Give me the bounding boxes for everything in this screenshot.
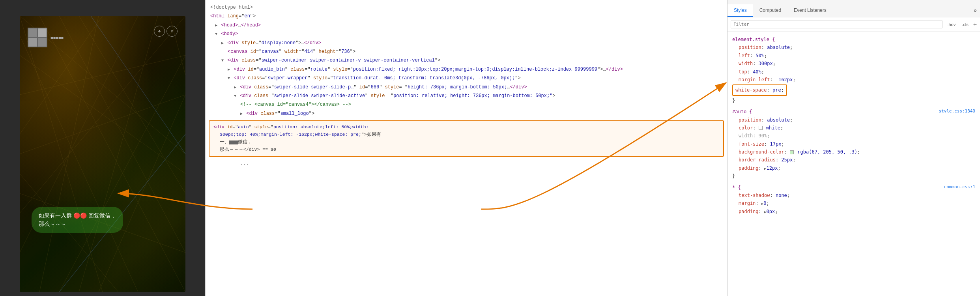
more-tabs-button[interactable]: » <box>971 4 980 17</box>
html-line-small-logo[interactable]: ▶ <div class="small_logo"> <box>206 109 727 118</box>
svg-line-12 <box>20 36 138 292</box>
html-line-html[interactable]: <html lang="en"> <box>206 12 727 21</box>
chevron-right-icon: ▶ <box>228 66 230 73</box>
chevron-down-icon: ▼ <box>215 31 217 37</box>
css-prop-auto-border-radius[interactable]: border-radius: 25px; <box>732 156 975 164</box>
svg-line-10 <box>39 16 99 292</box>
mobile-screen: ■■■■■ ✤ ⊘ 如果有一入群 🔴🔴 回复微信， 那么～～～ <box>20 16 185 292</box>
css-prop-star-margin[interactable]: margin: ▶0; <box>732 199 975 207</box>
tab-event-listeners[interactable]: Event Listeners <box>787 4 833 17</box>
css-prop-top[interactable]: top: 40%; <box>732 68 975 76</box>
auto-css-rule: #auto { style.css:1340 position: absolut… <box>728 106 980 182</box>
element-style-selector: element.style { <box>732 36 975 43</box>
hov-button[interactable]: :hov <box>946 21 957 28</box>
html-line-doctype[interactable]: <!doctype html> <box>206 3 727 12</box>
chevron-right-icon: ▶ <box>221 40 224 47</box>
html-line-swiper-wrapper[interactable]: ▼ <div class="swiper-wrapper" style="tra… <box>206 74 727 82</box>
html-line-closing[interactable]: ... <box>206 159 727 168</box>
css-prop-left[interactable]: left: 50%; <box>732 52 975 60</box>
html-line-body[interactable]: ▼ <body> <box>206 30 727 38</box>
svg-line-5 <box>20 55 185 174</box>
html-tree: <!doctype html> <html lang="en"> ▶ <head… <box>206 0 727 296</box>
filter-input[interactable] <box>731 20 943 28</box>
highlighted-element-box[interactable]: <div id="auto" style="position: absolute… <box>209 120 724 157</box>
star-css-rule: * { common.css:1 text-shadow: none; marg… <box>728 182 980 217</box>
icon-1: ✤ <box>154 26 165 37</box>
css-prop-position[interactable]: position: absolute; <box>732 43 975 51</box>
top-right-icons: ✤ ⊘ <box>154 26 178 37</box>
css-closing-brace-auto: } <box>732 172 975 180</box>
svg-line-9 <box>20 95 185 154</box>
bubble-text-line2: 那么～～～ <box>39 221 66 227</box>
html-line-div-none[interactable]: ▶ <div style="display:none">…</div> <box>206 39 727 47</box>
auto-selector-line: #auto { style.css:1340 <box>732 108 975 116</box>
chevron-right-icon: ▶ <box>240 111 243 117</box>
svg-line-11 <box>79 16 158 292</box>
html-tag: <html <box>210 13 224 19</box>
avatar <box>28 28 47 47</box>
chevron-down-icon: ▼ <box>228 75 230 82</box>
color-swatch-white <box>759 126 763 130</box>
html-line-comment[interactable]: <!-- <canvas id="canvas4"></canvas> --> <box>206 100 727 109</box>
css-prop-auto-padding[interactable]: padding: ▶12px; <box>732 164 975 172</box>
svg-line-18 <box>79 16 185 193</box>
html-line-swiper-slide-active[interactable]: ▼ <div class="swiper-slide swiper-slide-… <box>206 92 727 100</box>
html-line-swiper-container[interactable]: ▼ <div class="swiper-container swiper-co… <box>206 56 727 65</box>
styles-toolbar: :hov .cls + <box>728 17 980 32</box>
doctype-text: <!doctype html> <box>210 5 253 10</box>
chevron-down-icon: ▼ <box>221 57 224 64</box>
css-prop-white-space-highlighted: white-space: pre; <box>732 84 787 96</box>
html-line-audio-btn[interactable]: ▶ <div id="audio_btn" class="rotate" sty… <box>206 65 727 74</box>
css-prop-auto-color[interactable]: color: white; <box>732 124 975 132</box>
tab-computed[interactable]: Computed <box>753 4 787 17</box>
chevron-down-icon: ▼ <box>234 93 236 99</box>
svg-line-8 <box>20 55 185 95</box>
css-prop-width[interactable]: width: 300px; <box>732 60 975 67</box>
svg-line-1 <box>20 16 103 292</box>
mobile-preview-panel: ■■■■■ ✤ ⊘ 如果有一入群 🔴🔴 回复微信， 那么～～～ <box>0 0 205 296</box>
css-prop-auto-width[interactable]: width: 90%; <box>732 132 975 140</box>
svg-line-15 <box>170 16 185 75</box>
css-prop-star-text-shadow[interactable]: text-shadow: none; <box>732 191 975 199</box>
devtools-styles-panel: Styles Computed Event Listeners » :hov .… <box>728 0 980 296</box>
css-prop-auto-position[interactable]: position: absolute; <box>732 116 975 124</box>
css-prop-white-space-wrapper[interactable]: white-space: pre; <box>732 84 975 96</box>
star-selector-line: * { common.css:1 <box>732 184 975 191</box>
styles-tabs-bar: Styles Computed Event Listeners » <box>728 0 980 17</box>
tab-styles[interactable]: Styles <box>728 4 753 17</box>
css-prop-margin-left[interactable]: margin-left: -162px; <box>732 76 975 84</box>
css-rules-content: element.style { position: absolute; left… <box>728 32 980 296</box>
add-style-button[interactable]: + <box>973 21 977 28</box>
svg-line-16 <box>20 174 118 292</box>
element-style-rule: element.style { position: absolute; left… <box>728 34 980 106</box>
devtools-elements-panel: <!doctype html> <html lang="en"> ▶ <head… <box>205 0 728 296</box>
icon-2: ⊘ <box>166 26 178 37</box>
css-prop-auto-font-size[interactable]: font-size: 17px; <box>732 140 975 148</box>
avatar-area: ■■■■■ <box>28 28 64 47</box>
color-swatch-green <box>790 150 794 154</box>
html-line-head[interactable]: ▶ <head>…</head> <box>206 21 727 30</box>
css-prop-auto-bg-color[interactable]: background-color: rgba(67, 205, 50, .3); <box>732 148 975 156</box>
username-text: ■■■■■ <box>50 35 64 40</box>
html-line-canvas[interactable]: <canvas id="canvas" width="414" height="… <box>206 47 727 56</box>
bubble-text-line1: 如果有一入群 🔴🔴 回复微信， <box>39 212 116 219</box>
css-closing-brace-element: } <box>732 97 975 105</box>
chevron-right-icon: ▶ <box>215 22 217 29</box>
cls-button[interactable]: .cls <box>960 21 970 28</box>
html-line-swiper-slide-1[interactable]: ▶ <div class="swiper-slide swiper-slide-… <box>206 83 727 92</box>
chevron-right-icon: ▶ <box>234 84 236 91</box>
svg-line-6 <box>39 16 185 292</box>
green-message-bubble: 如果有一入群 🔴🔴 回复微信， 那么～～～ <box>32 207 123 233</box>
css-prop-star-padding[interactable]: padding: ▶0px; <box>732 208 975 215</box>
